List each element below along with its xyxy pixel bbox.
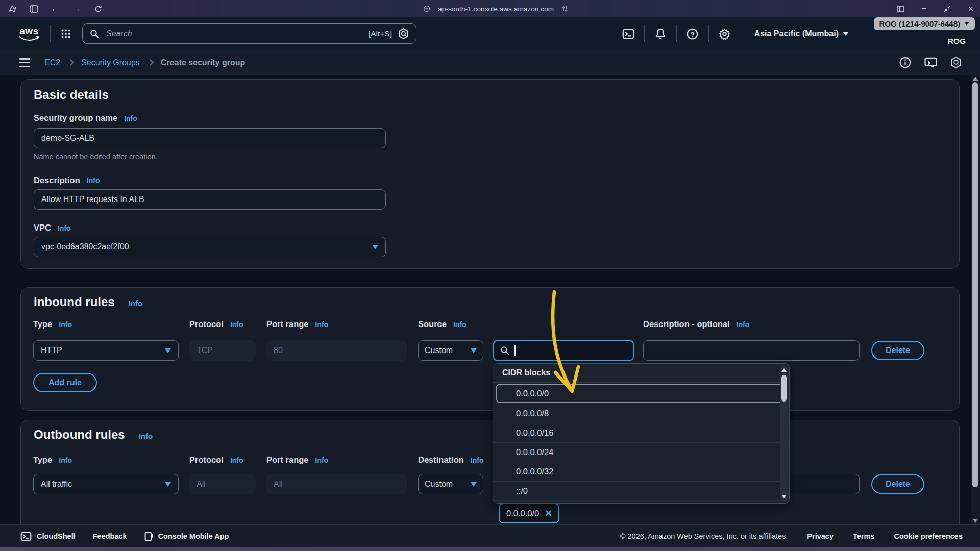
col-type: TypeInfo xyxy=(33,319,72,329)
breadcrumb: EC2 Security Groups Create security grou… xyxy=(44,58,245,67)
col-protocol: ProtocolInfo xyxy=(189,455,243,465)
info-panel-icon[interactable] xyxy=(899,57,911,68)
scrollbar-thumb[interactable] xyxy=(972,82,978,487)
amazon-q-icon[interactable] xyxy=(398,28,409,39)
aws-logo-text: aws xyxy=(19,26,38,36)
inbound-source-mode-value: Custom xyxy=(425,346,453,355)
inbound-protocol-field: TCP xyxy=(189,340,256,361)
services-grid-icon[interactable] xyxy=(61,29,71,39)
info-link[interactable]: Info xyxy=(124,114,137,122)
info-link[interactable]: Info xyxy=(59,320,72,329)
breadcrumb-ec2[interactable]: EC2 xyxy=(44,58,60,67)
scroll-up-icon[interactable] xyxy=(973,77,978,81)
search-input[interactable] xyxy=(105,29,369,39)
notifications-bell-icon[interactable] xyxy=(654,27,667,40)
outbound-type-select[interactable]: All traffic xyxy=(33,474,179,494)
info-link[interactable]: Info xyxy=(129,299,143,308)
inbound-source-mode-select[interactable]: Custom xyxy=(418,340,483,361)
close-window-icon[interactable]: × xyxy=(966,4,976,14)
url-text[interactable]: ap-south-1.console.aws.amazon.com xyxy=(438,5,554,13)
minimize-icon[interactable]: − xyxy=(919,4,929,14)
footer-cloudshell[interactable]: CloudShell xyxy=(20,532,76,541)
cidr-option[interactable]: 0.0.0.0/16 xyxy=(493,423,789,443)
scrollbar-thumb[interactable] xyxy=(781,375,787,402)
browser-logo-icon[interactable] xyxy=(7,4,17,14)
reload-icon[interactable] xyxy=(93,4,103,14)
info-link[interactable]: Info xyxy=(315,320,329,329)
info-link[interactable]: Info xyxy=(139,432,153,440)
sg-name-input[interactable] xyxy=(34,128,386,148)
info-link[interactable]: Info xyxy=(315,456,329,464)
cidr-option[interactable]: 0.0.0.0/8 xyxy=(493,404,789,423)
info-link[interactable]: Info xyxy=(87,177,100,185)
breadcrumb-security-groups[interactable]: Security Groups xyxy=(81,58,140,67)
chevron-down-icon xyxy=(471,482,477,487)
remove-chip-icon[interactable]: × xyxy=(545,508,552,519)
account-name: ROG xyxy=(948,37,966,46)
info-link[interactable]: Info xyxy=(471,456,484,464)
amazon-q-icon[interactable] xyxy=(950,57,962,68)
description-input[interactable] xyxy=(34,189,386,210)
scroll-down-icon[interactable] xyxy=(973,519,978,523)
shield-permissions-icon[interactable] xyxy=(422,4,432,14)
outbound-destination-mode-select[interactable]: Custom xyxy=(418,474,483,494)
copyright-text: © 2026, Amazon Web Services, Inc. or its… xyxy=(620,532,788,540)
dropdown-scrollbar[interactable] xyxy=(780,365,788,502)
destination-cidr-chip[interactable]: 0.0.0.0/0 × xyxy=(499,503,559,523)
region-selector[interactable]: Asia Pacific (Mumbai) xyxy=(754,29,848,38)
account-menu-badge[interactable]: ROG (1214-9007-6448) xyxy=(874,17,975,30)
inbound-delete-button[interactable]: Delete xyxy=(871,341,924,360)
settings-gear-icon[interactable] xyxy=(718,27,731,40)
footer-terms[interactable]: Terms xyxy=(853,532,874,540)
footer-feedback[interactable]: Feedback xyxy=(93,532,127,540)
help-icon[interactable]: ? xyxy=(686,27,699,40)
info-link[interactable]: Info xyxy=(230,320,243,329)
site-settings-icon[interactable] xyxy=(560,4,570,14)
tab-manager-icon[interactable] xyxy=(895,4,905,14)
info-link[interactable]: Info xyxy=(453,320,467,329)
sidebar-toggle-icon[interactable] xyxy=(29,4,39,14)
cloudshell-icon[interactable] xyxy=(622,27,635,40)
cidr-option[interactable]: 0.0.0.0/32 xyxy=(493,462,789,482)
account-id-label: ROG (1214-9007-6448) xyxy=(879,19,960,28)
add-rule-button[interactable]: Add rule xyxy=(33,373,97,392)
address-bar[interactable]: ap-south-1.console.aws.amazon.com xyxy=(422,0,570,17)
text-cursor xyxy=(514,345,516,356)
footer-cookie-preferences[interactable]: Cookie preferences xyxy=(894,532,963,540)
col-destination: DestinationInfo xyxy=(418,455,484,465)
desktop-edge xyxy=(0,547,980,551)
mobile-app-label: Console Mobile App xyxy=(158,532,229,540)
source-search-input[interactable] xyxy=(493,340,634,361)
inbound-type-select[interactable]: HTTP xyxy=(33,340,179,361)
search-icon xyxy=(500,346,509,355)
back-arrow-icon[interactable]: ← xyxy=(50,4,60,14)
console-footer: CloudShell Feedback Console Mobile App ©… xyxy=(0,524,980,547)
cidr-option[interactable]: 0.0.0.0/0 xyxy=(496,384,787,403)
inbound-description-input[interactable] xyxy=(643,340,860,361)
outbound-destination-mode-value: Custom xyxy=(425,480,453,489)
outbound-delete-button[interactable]: Delete xyxy=(871,474,924,494)
nav-menu-icon[interactable] xyxy=(19,58,30,67)
aws-logo[interactable]: aws xyxy=(18,26,40,41)
restore-window-icon[interactable] xyxy=(942,4,952,14)
page-scrollbar[interactable] xyxy=(971,75,980,524)
global-search[interactable]: [Alt+S] xyxy=(82,23,416,44)
info-link[interactable]: Info xyxy=(737,320,750,329)
screen: ← → ap-south-1.console.aws.amazon.com − … xyxy=(0,0,980,551)
info-link[interactable]: Info xyxy=(230,456,243,464)
outbound-rules-title: Outbound rulesInfo xyxy=(34,428,153,442)
scroll-down-icon[interactable] xyxy=(781,495,787,498)
forward-arrow-icon[interactable]: → xyxy=(71,4,82,14)
cidr-option[interactable]: ::/0 xyxy=(493,482,789,501)
info-link[interactable]: Info xyxy=(59,456,72,464)
cidr-option[interactable]: 0.0.0.0/24 xyxy=(493,443,789,462)
footer-privacy[interactable]: Privacy xyxy=(807,532,834,540)
console-window-icon[interactable] xyxy=(924,57,937,68)
info-link[interactable]: Info xyxy=(58,224,71,232)
scroll-up-icon[interactable] xyxy=(781,368,787,372)
col-port-range: Port rangeInfo xyxy=(266,455,328,465)
breadcrumb-separator-icon xyxy=(67,59,74,66)
footer-mobile-app[interactable]: Console Mobile App xyxy=(144,532,229,541)
search-icon xyxy=(90,29,99,38)
vpc-select[interactable]: vpc-0ed6a380c2aef2f00 xyxy=(34,237,386,257)
